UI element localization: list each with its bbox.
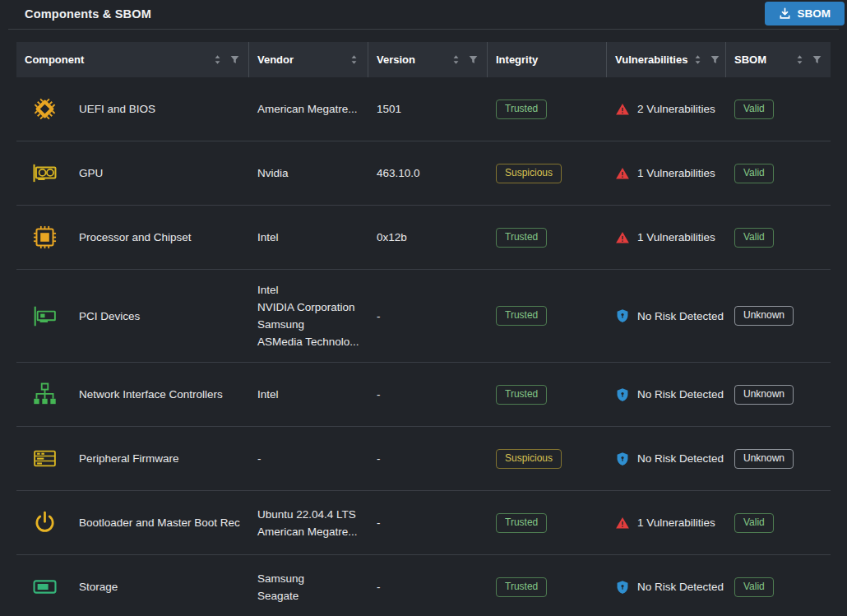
vendor-line: American Megatre... <box>257 100 360 118</box>
sbom-download-button[interactable]: SBOM <box>765 2 845 25</box>
version-cell: - <box>368 377 488 412</box>
sbom-cell: Valid <box>726 152 831 195</box>
vendor-line: Samsung <box>257 316 360 333</box>
sbom-badge: Unknown <box>734 449 794 469</box>
sbom-badge: Valid <box>734 228 774 248</box>
column-header-version[interactable]: Version <box>368 42 488 77</box>
table-row[interactable]: Network Interface Controllers Intel - Tr… <box>16 363 831 427</box>
vendor-line: Seagate <box>257 587 360 604</box>
integrity-badge: Trusted <box>496 306 547 326</box>
shield-icon <box>615 580 630 595</box>
storage-icon <box>31 573 58 600</box>
column-header-vulnerabilities[interactable]: Vulnerabilities <box>607 42 726 77</box>
vulnerabilities-cell: 1 Vulnerabilities <box>607 155 726 192</box>
column-header-integrity[interactable]: Integrity <box>488 42 607 77</box>
table-row[interactable]: Processor and Chipset Intel 0x12b Truste… <box>16 206 831 270</box>
integrity-badge: Trusted <box>496 228 547 248</box>
vulnerabilities-cell: 1 Vulnerabilities <box>607 219 726 257</box>
vendor-cell: - <box>249 438 368 479</box>
sbom-cell: Valid <box>726 88 831 131</box>
vulnerabilities-cell: No Risk Detected <box>607 568 726 606</box>
components-sbom-page: Components & SBOM SBOM Component Vendor … <box>0 0 847 616</box>
vendor-cell: Nvidia <box>249 153 368 193</box>
version-cell: - <box>368 505 488 540</box>
table-row[interactable]: UEFI and BIOS American Megatre... 1501 T… <box>16 77 831 141</box>
table-row[interactable]: GPU Nvidia 463.10.0 Suspicious 1 Vulnera… <box>16 141 831 206</box>
sbom-badge: Valid <box>734 164 774 183</box>
component-name: Processor and Chipset <box>79 231 192 243</box>
column-label: Integrity <box>496 53 538 66</box>
column-header-component[interactable]: Component <box>16 42 249 77</box>
component-name: Peripheral Firmware <box>79 452 179 465</box>
vendor-cell: IntelNVIDIA CorporationSamsungASMedia Te… <box>249 270 368 362</box>
vulnerabilities-text: No Risk Detected <box>637 452 724 465</box>
table-row[interactable]: Peripheral Firmware - - Suspicious No Ri… <box>16 427 831 491</box>
warning-icon <box>615 516 630 530</box>
download-icon <box>779 7 791 20</box>
table-header: Component Vendor Version Integrity Vulne… <box>16 42 831 77</box>
sbom-cell: Unknown <box>726 438 831 480</box>
sbom-button-label: SBOM <box>798 7 831 20</box>
table-row[interactable]: Bootloader and Master Boot Rec Ubuntu 22… <box>16 491 831 555</box>
shield-icon <box>615 452 630 466</box>
version-cell: 0x12b <box>368 220 488 255</box>
chip-icon <box>31 95 58 123</box>
integrity-badge: Suspicious <box>496 164 562 183</box>
component-cell: Network Interface Controllers <box>16 381 249 408</box>
vulnerabilities-cell: No Risk Detected <box>607 297 726 335</box>
sort-icon[interactable] <box>212 54 223 65</box>
sort-icon[interactable] <box>692 54 703 65</box>
sort-icon[interactable] <box>794 54 805 65</box>
table-row[interactable]: PCI Devices IntelNVIDIA CorporationSamsu… <box>16 270 831 363</box>
version-cell: - <box>368 569 488 604</box>
vulnerabilities-cell: No Risk Detected <box>607 376 726 414</box>
version-cell: 1501 <box>368 91 488 127</box>
filter-icon[interactable] <box>812 54 822 65</box>
integrity-badge: Trusted <box>496 577 547 597</box>
integrity-badge: Trusted <box>496 385 547 405</box>
filter-icon[interactable] <box>710 54 720 65</box>
component-name: PCI Devices <box>79 310 140 322</box>
integrity-cell: Suspicious <box>488 152 607 195</box>
vendor-line: Nvidia <box>257 164 360 182</box>
version-cell: - <box>368 441 488 476</box>
vulnerabilities-text: 1 Vulnerabilities <box>637 516 715 529</box>
gpu-icon <box>31 160 58 187</box>
vendor-line: Samsung <box>257 570 360 587</box>
column-label: Vulnerabilities <box>615 53 687 66</box>
column-header-sbom[interactable]: SBOM <box>726 42 831 77</box>
vendor-line: Intel <box>257 229 360 246</box>
vendor-cell: Intel <box>249 374 368 415</box>
component-cell: Processor and Chipset <box>16 224 249 251</box>
vendor-line: Intel <box>257 386 360 403</box>
sbom-cell: Unknown <box>726 373 831 416</box>
component-cell: UEFI and BIOS <box>16 95 249 123</box>
sbom-badge: Valid <box>734 100 774 119</box>
cpu-icon <box>31 224 58 251</box>
sbom-cell: Valid <box>726 216 831 259</box>
vulnerabilities-text: No Risk Detected <box>637 388 724 401</box>
filter-icon[interactable] <box>229 54 240 65</box>
vulnerabilities-cell: No Risk Detected <box>607 440 726 478</box>
sbom-badge: Valid <box>734 577 774 597</box>
warning-icon <box>615 230 630 245</box>
filter-icon[interactable] <box>468 54 479 65</box>
sbom-cell: Valid <box>726 502 831 544</box>
integrity-cell: Trusted <box>488 216 607 259</box>
sbom-badge: Unknown <box>734 385 794 405</box>
vendor-cell: Ubuntu 22.04.4 LTSAmerican Megatre... <box>249 494 368 552</box>
component-cell: Storage <box>16 573 249 600</box>
sort-icon[interactable] <box>349 54 359 65</box>
vulnerabilities-cell: 2 Vulnerabilities <box>607 90 726 128</box>
column-header-vendor[interactable]: Vendor <box>249 42 368 77</box>
version-cell: 463.10.0 <box>368 155 488 191</box>
components-table: Component Vendor Version Integrity Vulne… <box>16 42 831 616</box>
sort-icon[interactable] <box>451 54 461 65</box>
page-title: Components & SBOM <box>25 7 151 21</box>
integrity-badge: Trusted <box>496 513 547 533</box>
vendor-cell: Intel <box>249 217 368 257</box>
vendor-line: ASMedia Technolo... <box>257 333 360 350</box>
table-row[interactable]: Storage SamsungSeagate - Trusted No Risk… <box>16 555 831 616</box>
sbom-badge: Valid <box>734 513 774 533</box>
integrity-cell: Suspicious <box>488 438 607 480</box>
